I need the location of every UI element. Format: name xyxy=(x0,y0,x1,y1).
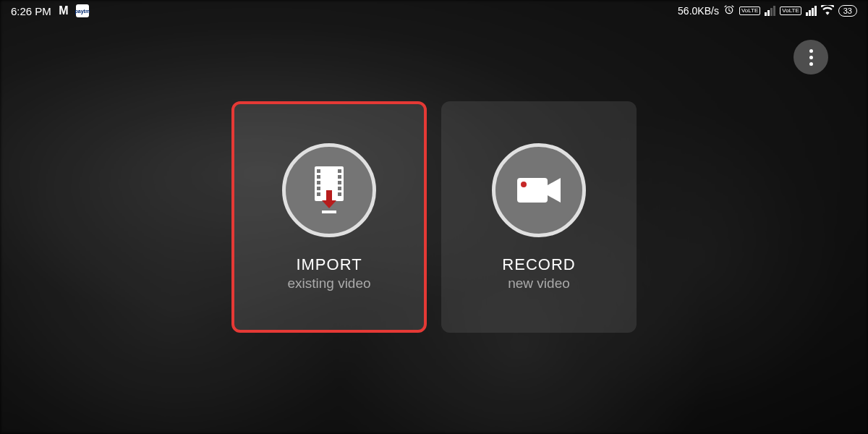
svg-rect-10 xyxy=(338,192,341,196)
action-cards: IMPORT existing video RECORD new video xyxy=(231,101,637,333)
import-film-icon xyxy=(307,165,351,216)
import-title: IMPORT xyxy=(287,255,370,274)
status-left: 6:26 PM M paytm xyxy=(11,4,89,17)
signal-bars-icon-1 xyxy=(765,6,775,16)
import-icon-circle xyxy=(282,143,376,237)
svg-rect-2 xyxy=(317,175,320,179)
svg-rect-7 xyxy=(338,175,341,179)
import-subtitle: existing video xyxy=(287,276,370,292)
status-bar: 6:26 PM M paytm 56.0KB/s VoLTE VoLTE 33 xyxy=(0,0,868,22)
svg-rect-9 xyxy=(338,187,341,190)
network-speed: 56.0KB/s xyxy=(678,5,719,17)
import-labels: IMPORT existing video xyxy=(287,255,370,292)
record-icon-circle xyxy=(492,143,586,237)
svg-rect-6 xyxy=(338,169,341,173)
app-notification-icon-2: paytm xyxy=(76,4,89,17)
app-notification-icon-1: M xyxy=(57,4,70,17)
svg-rect-8 xyxy=(338,181,341,184)
svg-rect-12 xyxy=(322,210,336,213)
more-options-button[interactable] xyxy=(793,40,828,75)
status-right: 56.0KB/s VoLTE VoLTE 33 xyxy=(678,4,857,18)
import-card[interactable]: IMPORT existing video xyxy=(231,101,427,333)
video-camera-icon xyxy=(514,172,564,208)
svg-point-14 xyxy=(521,182,527,187)
record-labels: RECORD new video xyxy=(502,255,575,292)
wifi-icon xyxy=(821,5,834,17)
svg-rect-13 xyxy=(517,178,548,203)
signal-bars-icon-2 xyxy=(806,6,817,16)
time-label: 6:26 PM xyxy=(11,5,51,17)
volte-badge-2: VoLTE xyxy=(780,7,801,15)
svg-rect-11 xyxy=(326,190,332,200)
record-card[interactable]: RECORD new video xyxy=(441,101,637,333)
more-vertical-icon xyxy=(809,49,813,53)
svg-rect-3 xyxy=(317,181,320,184)
alarm-icon xyxy=(723,4,735,18)
svg-rect-1 xyxy=(317,169,320,173)
svg-rect-5 xyxy=(317,192,320,196)
svg-rect-4 xyxy=(317,187,320,190)
volte-badge-1: VoLTE xyxy=(739,7,760,15)
record-title: RECORD xyxy=(502,255,575,274)
battery-indicator: 33 xyxy=(838,5,857,17)
record-subtitle: new video xyxy=(502,276,575,292)
